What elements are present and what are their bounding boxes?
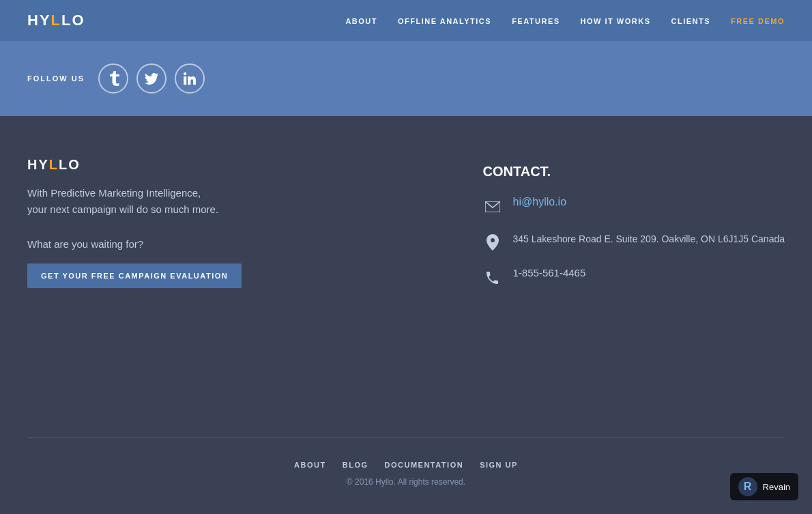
contact-title: CONTACT. — [483, 164, 785, 180]
cta-button[interactable]: GET YOUR FREE CAMPAIGN EVALUATION — [27, 263, 242, 288]
nav-about[interactable]: ABOUT — [345, 17, 377, 25]
contact-email[interactable]: hi@hyllo.io — [513, 196, 567, 208]
tumblr-icon[interactable] — [98, 63, 128, 94]
nav-offline-analytics[interactable]: OFFLINE ANALYTICS — [398, 17, 491, 25]
nav-clients[interactable]: CLIENTS — [671, 17, 711, 25]
footer-nav: ABOUT BLOG DOCUMENTATION SIGN UP — [294, 458, 518, 470]
follow-label: FOLLOW US — [27, 74, 85, 83]
social-icons — [98, 63, 205, 94]
revain-icon: R — [738, 477, 757, 496]
contact-address: 345 Lakeshore Road E. Suite 209. Oakvill… — [513, 231, 785, 246]
footer-nav-blog[interactable]: BLOG — [343, 461, 368, 469]
contact-email-item: hi@hyllo.io — [483, 196, 785, 216]
revain-badge: R Revain — [730, 473, 798, 500]
location-icon — [483, 233, 502, 252]
footer-nav-about[interactable]: ABOUT — [294, 461, 326, 469]
navbar: HYLLO ABOUT OFFLINE ANALYTICS FEATURES H… — [0, 0, 812, 41]
nav-free-demo[interactable]: FREE DEMO — [731, 17, 785, 25]
footer-tagline: With Predictive Marketing Intelligence, … — [27, 185, 368, 218]
contact-phone-item: 1-855-561-4465 — [483, 267, 785, 287]
logo[interactable]: HYLLO — [27, 12, 85, 29]
contact-address-item: 345 Lakeshore Road E. Suite 209. Oakvill… — [483, 231, 785, 252]
email-icon — [483, 197, 502, 216]
footer-main: HYLLO With Predictive Marketing Intellig… — [27, 157, 785, 410]
footer-left: HYLLO With Predictive Marketing Intellig… — [27, 157, 368, 410]
footer-logo: HYLLO — [27, 157, 368, 173]
nav-links: ABOUT OFFLINE ANALYTICS FEATURES HOW IT … — [345, 14, 785, 27]
footer: HYLLO With Predictive Marketing Intellig… — [0, 116, 812, 514]
footer-cta: What are you waiting for? GET YOUR FREE … — [27, 238, 368, 288]
nav-how-it-works[interactable]: HOW IT WORKS — [581, 17, 651, 25]
follow-bar: FOLLOW US — [0, 41, 812, 116]
contact-phone: 1-855-561-4465 — [513, 267, 586, 279]
footer-nav-signup[interactable]: SIGN UP — [480, 461, 518, 469]
phone-icon — [483, 268, 502, 287]
revain-label: Revain — [763, 482, 790, 492]
footer-cta-text: What are you waiting for? — [27, 238, 143, 250]
footer-nav-documentation[interactable]: DOCUMENTATION — [385, 461, 464, 469]
nav-features[interactable]: FEATURES — [512, 17, 560, 25]
twitter-icon[interactable] — [136, 63, 166, 94]
linkedin-icon[interactable] — [175, 63, 205, 94]
footer-contact: CONTACT. hi@hyllo.io 345 Lakeshore Road … — [483, 157, 785, 410]
footer-bottom: ABOUT BLOG DOCUMENTATION SIGN UP © 2016 … — [27, 437, 785, 487]
footer-copyright: © 2016 Hyllo. All rights reserved. — [347, 477, 465, 487]
